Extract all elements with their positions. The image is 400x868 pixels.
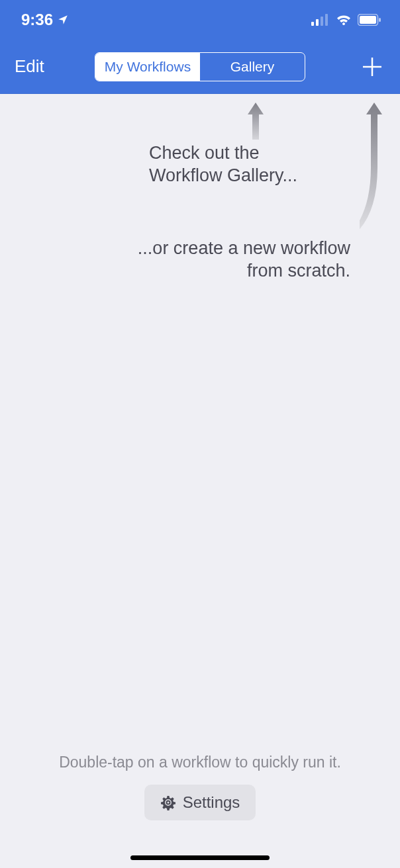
segmented-control: My Workflows Gallery	[95, 52, 305, 81]
status-time-area: 9:36	[21, 11, 69, 29]
hint-create: ...or create a new workflow from scratch…	[138, 238, 350, 282]
add-workflow-button[interactable]	[359, 54, 385, 80]
arrow-curved-create-icon	[360, 101, 387, 247]
settings-label: Settings	[183, 793, 240, 812]
arrow-up-gallery-icon	[242, 101, 269, 141]
svg-rect-6	[379, 18, 381, 22]
svg-rect-0	[311, 22, 314, 26]
edit-button[interactable]: Edit	[15, 56, 44, 77]
status-time: 9:36	[21, 11, 53, 29]
tip-text: Double-tap on a workflow to quickly run …	[59, 754, 341, 771]
svg-rect-1	[316, 19, 319, 26]
status-bar: 9:36	[0, 0, 400, 40]
hint-gallery: Check out the Workflow Gallery...	[149, 142, 297, 187]
hint-create-line2: from scratch.	[247, 261, 350, 281]
wifi-icon	[335, 13, 352, 26]
plus-icon	[361, 56, 383, 78]
nav-bar: Edit My Workflows Gallery	[0, 40, 400, 94]
tab-gallery[interactable]: Gallery	[200, 53, 305, 81]
settings-button[interactable]: Settings	[144, 785, 256, 820]
location-icon	[57, 14, 69, 26]
gear-icon	[160, 795, 176, 810]
cellular-signal-icon	[311, 14, 330, 26]
hint-gallery-line2: Workflow Gallery...	[149, 165, 297, 185]
home-indicator[interactable]	[130, 855, 270, 860]
svg-rect-5	[360, 16, 376, 24]
battery-icon	[358, 14, 381, 26]
status-indicators	[311, 13, 381, 26]
svg-rect-3	[325, 14, 328, 26]
bottom-area: Double-tap on a workflow to quickly run …	[0, 754, 400, 820]
hint-gallery-line1: Check out the	[149, 143, 260, 163]
hint-create-line1: ...or create a new workflow	[138, 238, 350, 258]
content-area: Check out the Workflow Gallery... ...or …	[0, 94, 400, 868]
svg-rect-2	[321, 17, 323, 26]
tab-my-workflows[interactable]: My Workflows	[95, 53, 200, 81]
